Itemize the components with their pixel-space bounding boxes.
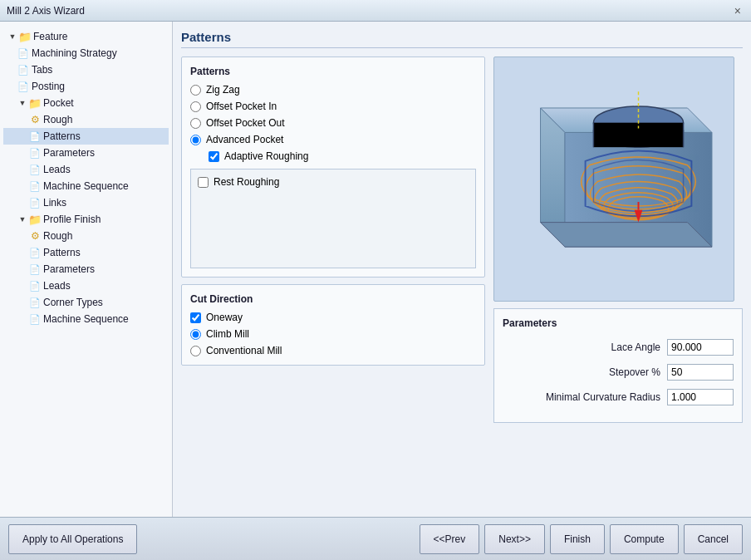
sidebar-label-pocket-patterns: Patterns [43,130,81,142]
expand-icon: ▼ [7,31,18,42]
cut-direction-radio-group: Climb Mill Conventional Mill [190,328,476,356]
checkbox-input-adaptive[interactable] [209,151,219,162]
sidebar-item-profile-leads[interactable]: 📄 Leads [3,278,169,294]
min-curvature-row: Minimal Curvature Radius [503,389,734,405]
checkbox-rest-roughing[interactable]: Rest Roughing [198,176,469,188]
patterns-radio-group: Zig Zag Offset Pocket In Offset Pocket O… [190,84,476,162]
radio-offset-pocket-out[interactable]: Offset Pocket Out [190,117,476,129]
radio-zig-zag[interactable]: Zig Zag [190,84,476,96]
sidebar-label-profile-patterns: Patterns [43,247,81,258]
offset-pocket-out-label: Offset Pocket Out [206,117,285,129]
climb-mill-label: Climb Mill [206,328,249,340]
doc-icon: 📄 [17,47,30,60]
folder-icon-pocket: 📁 [28,96,42,110]
left-panels: Patterns Zig Zag Offset Pocket In Off [181,56,485,508]
content-body: Patterns Zig Zag Offset Pocket In Off [181,56,743,508]
expand-icon-pocket: ▼ [17,97,28,109]
sidebar-label-pocket-machine-seq: Machine Sequence [43,180,129,192]
conventional-mill-label: Conventional Mill [206,345,282,356]
svg-marker-3 [541,222,712,246]
radio-input-zig-zag[interactable] [190,85,201,96]
rest-roughing-label-text: Rest Roughing [214,176,279,188]
sidebar-item-feature[interactable]: ▼ 📁 Feature [3,28,169,45]
sidebar-item-pocket-patterns[interactable]: 📄 Patterns [3,128,169,145]
sidebar-label-feature: Feature [33,31,67,42]
expand-icon-profile: ▼ [17,214,28,225]
doc-icon-pocket-patterns: 📄 [28,130,42,143]
sidebar: ▼ 📁 Feature 📄 Machining Strategy 📄 Tabs … [0,22,173,517]
radio-conventional-mill[interactable]: Conventional Mill [190,345,476,356]
doc-icon-pocket-leads: 📄 [28,163,42,176]
offset-pocket-in-label: Offset Pocket In [206,101,277,112]
cut-direction-panel: Cut Direction Oneway Climb Mill [181,284,485,366]
right-panels: Parameters Lace Angle Stepover % Minimal… [493,56,743,508]
sidebar-item-machining-strategy[interactable]: 📄 Machining Strategy [3,45,169,61]
radio-input-conventional[interactable] [190,346,201,356]
sidebar-label-tabs: Tabs [32,64,52,76]
checkbox-oneway[interactable]: Oneway [190,312,476,323]
doc-icon-profile-params: 📄 [28,263,42,276]
sidebar-label-profile-corner-types: Corner Types [43,297,103,308]
radio-input-offset-in[interactable] [190,101,201,112]
radio-input-advanced[interactable] [190,135,201,145]
min-curvature-input[interactable] [667,389,734,405]
compute-button[interactable]: Compute [610,524,679,554]
sidebar-item-pocket[interactable]: ▼ 📁 Pocket [3,95,169,111]
checkbox-input-rest-roughing[interactable] [198,177,209,188]
next-button[interactable]: Next>> [484,524,545,554]
sidebar-item-profile-patterns[interactable]: 📄 Patterns [3,244,169,261]
sidebar-item-pocket-parameters[interactable]: 📄 Parameters [3,145,169,161]
sidebar-item-pocket-machine-sequence[interactable]: 📄 Machine Sequence [3,178,169,194]
sidebar-item-pocket-links[interactable]: 📄 Links [3,194,169,211]
doc-icon-tabs: 📄 [17,63,30,76]
panel-title: Patterns [181,30,743,48]
main-container: ▼ 📁 Feature 📄 Machining Strategy 📄 Tabs … [0,22,751,517]
radio-input-offset-out[interactable] [190,118,201,129]
sidebar-item-tabs[interactable]: 📄 Tabs [3,61,169,78]
sidebar-label-profile-parameters: Parameters [43,263,95,275]
cancel-button[interactable]: Cancel [684,524,743,554]
sidebar-label-pocket-parameters: Parameters [43,147,95,159]
sidebar-label-profile-finish: Profile Finish [43,214,101,225]
sidebar-item-posting[interactable]: 📄 Posting [3,78,169,95]
checkbox-input-oneway[interactable] [190,312,201,323]
content-area: Patterns Patterns Zig Zag Offset Pocket … [173,22,751,517]
cut-direction-title: Cut Direction [190,293,476,305]
stepover-input[interactable] [667,364,734,381]
doc-icon-pocket-machine-seq: 📄 [28,179,42,193]
sidebar-item-pocket-leads[interactable]: 📄 Leads [3,161,169,178]
doc-icon-pocket-parameters: 📄 [28,146,42,160]
oneway-label: Oneway [206,312,243,323]
sidebar-item-profile-finish[interactable]: ▼ 📁 Profile Finish [3,211,169,228]
sidebar-label-posting: Posting [32,81,65,92]
doc-icon-profile-machine-seq: 📄 [28,312,42,326]
checkbox-adaptive-roughing[interactable]: Adaptive Roughing [190,150,476,162]
sidebar-item-profile-rough[interactable]: ⚙ Rough [3,228,169,244]
folder-icon: 📁 [18,30,32,43]
lace-angle-row: Lace Angle [503,339,734,356]
sidebar-item-profile-corner-types[interactable]: 📄 Corner Types [3,294,169,311]
preview-panel [493,56,734,302]
title-bar: Mill 2 Axis Wizard × [0,0,751,22]
sidebar-label-profile-rough: Rough [43,230,72,242]
finish-button[interactable]: Finish [550,524,605,554]
radio-climb-mill[interactable]: Climb Mill [190,328,476,340]
sidebar-item-profile-machine-sequence[interactable]: 📄 Machine Sequence [3,311,169,327]
sidebar-item-pocket-rough[interactable]: ⚙ Rough [3,111,169,128]
stepover-label: Stepover % [609,366,660,378]
prev-button[interactable]: <<Prev [420,524,480,554]
sidebar-label-pocket-rough: Rough [43,114,72,125]
adaptive-roughing-label: Adaptive Roughing [224,150,308,162]
sidebar-label-pocket-links: Links [43,197,66,209]
lace-angle-input[interactable] [667,339,734,356]
sidebar-item-profile-parameters[interactable]: 📄 Parameters [3,261,169,278]
patterns-panel: Patterns Zig Zag Offset Pocket In Off [181,56,485,278]
gear-icon-profile-rough: ⚙ [28,229,42,243]
apply-to-operations-button[interactable]: Apply to All Operations [8,524,137,554]
radio-offset-pocket-in[interactable]: Offset Pocket In [190,101,476,112]
radio-advanced-pocket[interactable]: Advanced Pocket [190,134,476,145]
sidebar-label-machining-strategy: Machining Strategy [32,47,117,59]
close-button[interactable]: × [731,4,744,17]
radio-input-climb[interactable] [190,329,201,340]
advanced-pocket-label: Advanced Pocket [206,134,283,145]
